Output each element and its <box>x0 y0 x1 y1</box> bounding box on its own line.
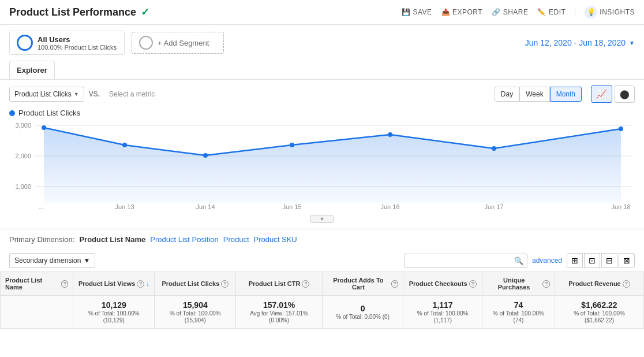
compare-view-button[interactable]: ⊡ <box>584 253 600 268</box>
info-icon-clicks[interactable]: ? <box>221 280 229 288</box>
info-icon-purchases[interactable]: ? <box>542 280 550 288</box>
segment-name: All Users <box>38 35 117 44</box>
save-icon: 💾 <box>402 8 411 16</box>
svg-text:Jun 13: Jun 13 <box>115 203 134 210</box>
save-button[interactable]: 💾 SAVE <box>402 8 432 16</box>
chart-controls: Product List Clicks ▼ VS. Select a metri… <box>0 80 644 109</box>
tabs-bar: Explorer <box>0 61 644 80</box>
svg-text:Jun 14: Jun 14 <box>196 203 215 210</box>
data-table: Product List Name ? Product List Views ?… <box>0 272 644 329</box>
totals-row: 10,129 % of Total: 100.00% (10,129) 15,9… <box>1 296 644 329</box>
svg-point-10 <box>290 143 294 147</box>
svg-text:Jun 17: Jun 17 <box>484 203 503 210</box>
metric1-dropdown[interactable]: Product List Clicks ▼ <box>9 87 84 102</box>
verified-badge: ✓ <box>141 6 149 18</box>
search-icon[interactable]: 🔍 <box>514 256 523 265</box>
legend-label: Product List Clicks <box>18 109 80 117</box>
svg-text:3,000: 3,000 <box>15 122 31 129</box>
month-button[interactable]: Month <box>550 87 582 102</box>
primary-dimension-bar: Primary Dimension: Product List Name Pro… <box>0 229 644 250</box>
vs-label: VS. <box>89 90 100 98</box>
svg-point-13 <box>619 127 623 131</box>
search-input[interactable] <box>408 256 512 265</box>
svg-text:Jun 16: Jun 16 <box>380 203 399 210</box>
week-button[interactable]: Week <box>519 87 549 102</box>
dim-product[interactable]: Product <box>223 235 249 244</box>
all-users-segment[interactable]: All Users 100.00% Product List Clicks <box>9 31 125 55</box>
info-icon-revenue[interactable]: ? <box>623 280 630 288</box>
info-icon-ctr[interactable]: ? <box>302 280 309 288</box>
info-icon-adds[interactable]: ? <box>391 280 399 288</box>
totals-name-cell <box>1 296 73 329</box>
totals-revenue-cell: $1,662.22 % of Total: 100.00% ($1,662.22… <box>555 296 644 329</box>
export-button[interactable]: 📤 EXPORT <box>441 8 483 16</box>
svg-text:1,000: 1,000 <box>15 183 31 190</box>
share-button[interactable]: 🔗 SHARE <box>492 8 528 16</box>
col-header-revenue: Product Revenue ? <box>555 272 644 296</box>
info-icon-name[interactable]: ? <box>61 280 69 288</box>
add-segment-circle <box>139 36 153 50</box>
dim-product-list-position[interactable]: Product List Position <box>150 235 219 244</box>
primary-dim-label: Primary Dimension: <box>9 235 74 244</box>
add-segment-button[interactable]: + Add Segment <box>132 32 224 54</box>
insights-icon: 💡 <box>585 6 597 18</box>
line-chart-button[interactable]: 📈 <box>591 85 612 103</box>
col-header-checkouts: Product Checkouts ? <box>403 272 482 296</box>
segment-bar: All Users 100.00% Product List Clicks + … <box>0 25 644 61</box>
dim-product-list-name[interactable]: Product List Name <box>79 235 145 244</box>
info-icon-checkouts[interactable]: ? <box>469 280 477 288</box>
totals-purchases-cell: 74 % of Total: 100.00% (74) <box>482 296 555 329</box>
edit-icon: ✏️ <box>537 8 546 16</box>
info-icon-views[interactable]: ? <box>137 280 144 288</box>
top-actions: 💾 SAVE 📤 EXPORT 🔗 SHARE ✏️ EDIT 💡 INSIGH… <box>402 6 635 18</box>
divider <box>575 6 575 18</box>
chart-area: Product List Clicks 3,000 2,000 1,000 <box>0 109 644 229</box>
custom-view-button[interactable]: ⊠ <box>619 253 635 268</box>
day-button[interactable]: Day <box>495 87 519 102</box>
explorer-tab[interactable]: Explorer <box>9 61 55 79</box>
col-header-purchases: Unique Purchases ? <box>482 272 555 296</box>
sort-arrow-views[interactable]: ↓ <box>146 280 149 287</box>
col-header-adds: Product Adds To Cart ? <box>322 272 403 296</box>
svg-point-7 <box>42 125 46 130</box>
chart-legend: Product List Clicks <box>9 109 635 117</box>
chart-expand-handle[interactable]: ▼ <box>310 215 334 223</box>
date-range-text: Jun 12, 2020 - Jun 18, 2020 <box>525 38 626 47</box>
date-range-arrow: ▼ <box>629 40 635 46</box>
period-group: Day Week Month <box>495 87 582 102</box>
pivot-view-button[interactable]: ⊟ <box>601 253 617 268</box>
page-title: Product List Performance ✓ <box>9 6 402 18</box>
search-box: 🔍 <box>404 254 527 268</box>
grid-view-button[interactable]: ⊞ <box>567 253 583 268</box>
svg-marker-6 <box>44 128 621 203</box>
add-segment-label: + Add Segment <box>158 39 209 47</box>
table-view-buttons: ⊞ ⊡ ⊟ ⊠ <box>567 253 635 268</box>
advanced-link[interactable]: advanced <box>532 256 562 265</box>
svg-point-11 <box>388 132 392 137</box>
svg-point-9 <box>203 153 208 158</box>
segment-sub: 100.00% Product List Clicks <box>38 44 117 51</box>
chart-svg: 3,000 2,000 1,000 <box>9 120 635 223</box>
col-header-name: Product List Name ? <box>1 272 73 296</box>
edit-button[interactable]: ✏️ EDIT <box>537 8 566 16</box>
totals-clicks-cell: 15,904 % of Total: 100.00% (15,904) <box>155 296 236 329</box>
insights-button[interactable]: 💡 INSIGHTS <box>585 6 635 18</box>
svg-point-8 <box>122 143 127 147</box>
table-toolbar: Secondary dimension ▼ 🔍 advanced ⊞ ⊡ ⊟ ⊠ <box>0 250 644 272</box>
export-icon: 📤 <box>441 8 451 16</box>
pie-chart-button[interactable]: ⬤ <box>615 85 635 103</box>
metric1-arrow: ▼ <box>74 91 79 97</box>
svg-text:Jun 18: Jun 18 <box>611 203 630 210</box>
title-text: Product List Performance <box>9 6 136 18</box>
svg-text:2,000: 2,000 <box>15 153 31 159</box>
dim-product-sku[interactable]: Product SKU <box>254 235 297 244</box>
segment-info: All Users 100.00% Product List Clicks <box>38 35 117 51</box>
svg-text:...: ... <box>38 203 43 210</box>
date-range-picker[interactable]: Jun 12, 2020 - Jun 18, 2020 ▼ <box>525 38 635 47</box>
table-section: Primary Dimension: Product List Name Pro… <box>0 229 644 329</box>
share-icon: 🔗 <box>492 8 501 16</box>
totals-checkouts-cell: 1,117 % of Total: 100.00% (1,117) <box>403 296 482 329</box>
metric2-placeholder[interactable]: Select a metric <box>104 87 159 101</box>
secondary-dim-arrow: ▼ <box>83 256 90 265</box>
secondary-dimension-button[interactable]: Secondary dimension ▼ <box>9 253 95 268</box>
